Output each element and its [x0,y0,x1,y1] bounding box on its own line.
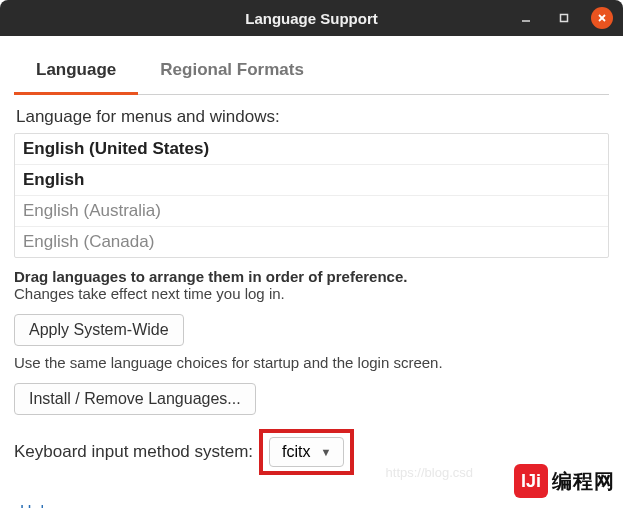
footer: Help [14,503,609,508]
apply-description: Use the same language choices for startu… [14,354,609,371]
help-link[interactable]: Help [20,503,53,508]
tab-regional-formats[interactable]: Regional Formats [138,50,326,94]
list-item[interactable]: English (Canada) [15,227,608,257]
watermark-url: https://blog.csd [386,465,473,480]
list-item[interactable]: English (Australia) [15,196,608,227]
minimize-button[interactable] [515,7,537,29]
keyboard-input-label: Keyboard input method system: [14,442,253,462]
dropdown-value: fcitx [282,443,310,461]
watermark-text: 编程网 [552,468,615,495]
language-list-label: Language for menus and windows: [16,107,607,127]
keyboard-input-dropdown[interactable]: fcitx ▼ [269,437,344,467]
list-item[interactable]: English (United States) [15,134,608,165]
drag-hint-bold: Drag languages to arrange them in order … [14,268,609,285]
svg-rect-1 [561,15,568,22]
apply-system-wide-button[interactable]: Apply System-Wide [14,314,184,346]
watermark-badge: IJi [514,464,548,498]
chevron-down-icon: ▼ [321,446,332,458]
close-button[interactable] [591,7,613,29]
titlebar: Language Support [0,0,623,36]
language-list[interactable]: English (United States) English English … [14,133,609,258]
highlight-annotation: fcitx ▼ [259,429,354,475]
install-remove-languages-button[interactable]: Install / Remove Languages... [14,383,256,415]
tab-language[interactable]: Language [14,50,138,95]
window-title: Language Support [245,10,378,27]
maximize-button[interactable] [553,7,575,29]
tabs: Language Regional Formats [14,50,609,95]
drag-hint: Changes take effect next time you log in… [14,285,609,302]
list-item[interactable]: English [15,165,608,196]
window-body: Language Regional Formats Language for m… [0,36,623,508]
window-controls [515,7,613,29]
watermark: IJi 编程网 [514,464,615,498]
